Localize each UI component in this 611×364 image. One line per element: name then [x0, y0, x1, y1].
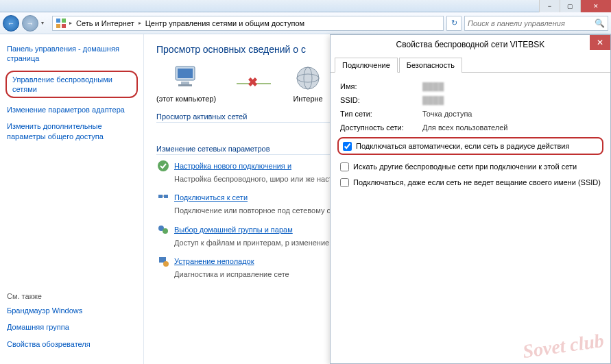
svg-rect-12: [158, 195, 163, 198]
checkbox-auto-connect-label: Подключаться автоматически, если сеть в …: [356, 141, 569, 151]
checkbox-auto-connect[interactable]: Подключаться автоматически, если сеть в …: [343, 141, 598, 151]
task-new-connection-link[interactable]: Настройка нового подключения и: [174, 162, 291, 170]
dialog-body: Имя:████ SSID:████ Тип сети:Точка доступ…: [331, 73, 610, 202]
chevron-right-icon: ▸: [69, 20, 72, 26]
breadcrumb-sharing-center[interactable]: Центр управления сетями и общим доступом: [144, 19, 306, 27]
prop-type-label: Тип сети:: [340, 110, 422, 118]
this-pc-node: (этот компьютер): [156, 64, 216, 103]
wireless-properties-dialog: Свойства беспроводной сети VITEBSK ✕ Под…: [330, 34, 611, 364]
task-troubleshoot-link[interactable]: Устранение неполадок: [174, 257, 254, 265]
svg-rect-5: [178, 69, 193, 78]
troubleshoot-icon: [156, 254, 170, 268]
sidebar-home-link[interactable]: Панель управления - домашняя страница: [7, 44, 136, 64]
checkbox-search-other-input[interactable]: [340, 162, 349, 171]
sidebar-also-firewall[interactable]: Брандмауэр Windows: [7, 306, 136, 315]
task-connect-link[interactable]: Подключиться к сети: [174, 193, 248, 202]
checkbox-search-other-label: Искать другие беспроводные сети при подк…: [353, 162, 577, 171]
close-button[interactable]: ✕: [580, 0, 611, 12]
control-panel-icon: [56, 18, 67, 29]
window-title-bar: − ▢ ✕: [0, 0, 611, 12]
svg-rect-13: [164, 195, 168, 198]
search-box[interactable]: 🔍: [464, 16, 608, 31]
search-input[interactable]: [468, 19, 595, 27]
this-pc-label: (этот компьютер): [156, 95, 216, 103]
svg-rect-6: [181, 82, 189, 84]
internet-label: Интерне: [291, 95, 324, 103]
window-controls: − ▢ ✕: [539, 0, 611, 12]
prop-type-value: Точка доступа: [422, 110, 472, 118]
connection-icon: [156, 159, 170, 173]
disconnected-icon: ✖: [248, 75, 258, 90]
dialog-title: Свойства беспроводной сети VITEBSK: [396, 40, 545, 49]
checkbox-auto-connect-input[interactable]: [343, 142, 352, 151]
dialog-tabs: Подключение Безопасность: [331, 57, 610, 73]
see-also-label: См. также: [7, 292, 136, 300]
tab-connection[interactable]: Подключение: [335, 58, 398, 73]
network-icon: [156, 191, 170, 204]
highlight-annotation-2: Подключаться автоматически, если сеть в …: [337, 137, 603, 155]
breadcrumb[interactable]: ▸ Сеть и Интернет ▸ Центр управления сет…: [52, 16, 444, 31]
prop-avail-value: Для всех пользователей: [422, 123, 508, 132]
sidebar-item-adapter[interactable]: Изменение параметров адаптера: [7, 105, 136, 114]
breadcrumb-network[interactable]: Сеть и Интернет: [75, 19, 136, 27]
sidebar: Панель управления - домашняя страница Уп…: [0, 34, 144, 364]
svg-rect-7: [178, 84, 192, 86]
sidebar-item-sharing[interactable]: Изменить дополнительные параметры общего…: [7, 121, 136, 141]
svg-point-11: [158, 160, 169, 171]
svg-rect-2: [56, 24, 60, 28]
dialog-close-button[interactable]: ✕: [590, 35, 610, 50]
svg-rect-1: [62, 19, 66, 23]
task-homegroup-link[interactable]: Выбор домашней группы и парам: [174, 226, 293, 234]
sidebar-item-wireless[interactable]: Управление беспроводными сетями: [12, 75, 131, 95]
checkbox-hidden-ssid[interactable]: Подключаться, даже если сеть не ведет ве…: [340, 178, 601, 187]
sidebar-also-homegroup[interactable]: Домашняя группа: [7, 322, 136, 332]
dialog-title-bar[interactable]: Свойства беспроводной сети VITEBSK ✕: [331, 35, 610, 54]
svg-point-16: [163, 228, 168, 234]
homegroup-icon: [156, 223, 170, 236]
refresh-button[interactable]: ↻: [446, 16, 462, 31]
connection-status: ✖: [237, 83, 271, 84]
chevron-right-icon: ▸: [139, 20, 141, 26]
search-icon: 🔍: [595, 19, 605, 28]
svg-point-8: [297, 67, 319, 89]
prop-avail-label: Доступность сети:: [340, 123, 422, 132]
checkbox-search-other[interactable]: Искать другие беспроводные сети при подк…: [340, 162, 601, 171]
prop-name-value: ████: [422, 82, 444, 90]
svg-rect-0: [56, 19, 60, 23]
checkbox-hidden-ssid-input[interactable]: [340, 178, 349, 187]
minimize-button[interactable]: −: [539, 0, 560, 12]
svg-rect-3: [62, 24, 66, 28]
back-button[interactable]: ←: [3, 15, 19, 32]
checkbox-hidden-ssid-label: Подключаться, даже если сеть не ведет ве…: [353, 178, 601, 187]
svg-point-18: [163, 261, 169, 267]
navigation-bar: ← → ▾ ▸ Сеть и Интернет ▸ Центр управлен…: [0, 12, 611, 34]
prop-ssid-label: SSID:: [340, 96, 422, 104]
tab-security[interactable]: Безопасность: [399, 58, 462, 73]
maximize-button[interactable]: ▢: [560, 0, 580, 12]
prop-name-label: Имя:: [340, 82, 422, 90]
highlight-annotation: Управление беспроводными сетями: [5, 71, 138, 99]
history-dropdown[interactable]: ▾: [41, 20, 49, 26]
prop-ssid-value: ████: [422, 96, 444, 104]
forward-button[interactable]: →: [22, 15, 38, 32]
computer-icon: [170, 64, 203, 92]
globe-icon: [291, 64, 324, 92]
internet-node: Интерне: [291, 64, 324, 103]
sidebar-also-internet-options[interactable]: Свойства обозревателя: [7, 339, 136, 349]
